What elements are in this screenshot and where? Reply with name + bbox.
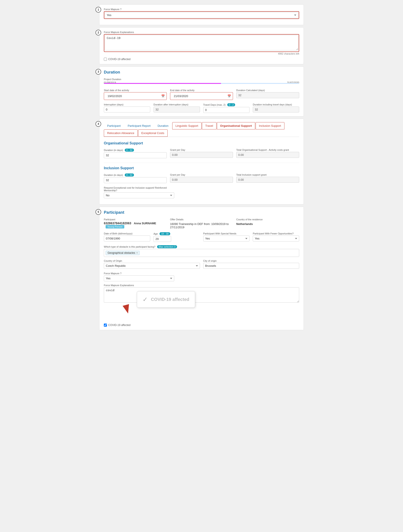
inclusion-support-title: Inclusion Support — [104, 166, 299, 170]
org-grant-label: Grant per Day — [170, 149, 233, 151]
exceptional-select[interactable]: No Yes — [104, 192, 174, 198]
covid-tooltip-check-icon: ✓ — [143, 296, 148, 303]
step-2: 2 — [95, 30, 101, 35]
obstacle-badge: Max selection 3 — [157, 245, 177, 248]
force-majeure-label: Force Majeure ? — [104, 8, 299, 11]
fm-explanations-textarea[interactable]: Covid-19 — [105, 35, 298, 51]
incl-total-input — [236, 177, 299, 183]
obstacle-tags-container: Geographical obstacles × — [104, 249, 299, 257]
country-label: Country of the residence — [236, 218, 299, 221]
covid-tooltip-popup: ✓ COVID-19 affected — [137, 291, 195, 308]
start-date-label: Start date of the activity — [104, 89, 167, 92]
step-3: 3 — [95, 69, 101, 75]
tab-duration[interactable]: Duration — [154, 122, 172, 129]
tab-participant[interactable]: Participant — [104, 122, 124, 129]
tab-inclusion-support[interactable]: Inclusion Support — [256, 122, 284, 129]
duration-after-input — [154, 107, 200, 113]
participant-label: Participant — [104, 218, 167, 221]
obstacle-tag-geographical: Geographical obstacles × — [105, 251, 140, 255]
participant-info: 6328637844182063 Anna SURNAME Young Pers… — [104, 222, 167, 228]
duration-incl-label: Duration including travel days (days) — [253, 103, 299, 106]
step-1: 1 — [95, 7, 101, 13]
arrow-indicator-wrapper — [121, 304, 137, 315]
svg-marker-0 — [123, 304, 131, 314]
section-divider-1 — [104, 163, 299, 163]
org-duration-badge: 0 - 32 — [125, 149, 134, 152]
covid-affected-checkbox-top[interactable] — [104, 58, 107, 61]
country-origin-label: Country of Origin — [104, 260, 200, 262]
participant-badge: Young Person — [105, 225, 124, 228]
start-date-wrapper: 📅 — [104, 92, 167, 100]
age-badge: 18 - 30 — [160, 232, 170, 235]
age-label: Age 18 - 30 — [154, 232, 200, 235]
org-duration-label: Duration (in days) 0 - 32 — [104, 149, 167, 152]
city-origin-input[interactable] — [203, 263, 299, 269]
org-duration-input[interactable] — [104, 152, 167, 158]
org-total-input — [236, 152, 299, 158]
covid-affected-bottom-row: COVID-19 affected — [104, 323, 299, 327]
duration-calc-input — [236, 92, 299, 98]
dob-input[interactable] — [104, 235, 150, 241]
obstacle-tag-text: Geographical obstacles — [108, 251, 135, 254]
p-fm-explanations-label: Force Majeure Explanations — [104, 284, 299, 287]
exceptional-label: Request Exceptional cost for Inclusion s… — [104, 186, 174, 192]
project-duration-bar: 01/08/2019 31/07/2020 — [104, 81, 299, 86]
participant-id: 6328637844182063 — [104, 222, 131, 225]
obstacle-label: Which type of obstacle is this participa… — [104, 245, 299, 248]
participant-name: Anna SURNAME — [134, 222, 156, 225]
force-majeure-select[interactable]: Yes No — [105, 12, 298, 18]
fm-explanations-label: Force Majeure Explanations — [104, 31, 299, 33]
org-grant-input — [170, 152, 233, 158]
travel-days-input[interactable] — [203, 107, 250, 113]
travel-days-badge: 0 - 2 — [227, 103, 235, 106]
special-needs-label: Participant With Special Needs — [203, 232, 250, 235]
participant-title: Participant — [104, 210, 299, 215]
interruption-input[interactable] — [104, 107, 150, 113]
arrow-icon — [121, 304, 137, 315]
offer-label: Offer Details — [170, 218, 233, 221]
covid-tooltip-text: COVID-19 affected — [151, 297, 189, 302]
incl-total-label: Total Inclusion support grant — [236, 173, 299, 176]
country-origin-select[interactable]: Czech Republic — [104, 263, 200, 269]
duration-calc-label: Duration Calculated (days) — [236, 89, 299, 92]
special-needs-select[interactable]: Yes No — [203, 235, 250, 241]
fewer-opp-select[interactable]: Yes No — [253, 235, 299, 241]
city-origin-label: City of origin — [203, 260, 299, 262]
chars-left: 4992 characters left — [104, 52, 299, 55]
covid-affected-label-bottom: COVID-19 affected — [108, 323, 130, 327]
start-calendar-icon[interactable]: 📅 — [161, 95, 165, 98]
step-5: 5 — [95, 209, 101, 215]
tab-organisational-support[interactable]: Organisational Support — [217, 122, 255, 129]
incl-grant-label: Grant per Day — [170, 173, 233, 176]
duration-title: Duration — [104, 70, 299, 75]
tab-exceptional-costs[interactable]: Exceptional Costs — [138, 129, 168, 137]
tab-travel[interactable]: Travel — [202, 122, 217, 129]
dob-label: Date of Birth (dd/mm/yyyy) — [104, 232, 150, 235]
duration-incl-input — [253, 107, 299, 113]
fewer-opp-label: Participant With Fewer Opportunities? — [253, 232, 299, 235]
covid-affected-label-top: COVID-19 affected — [108, 58, 130, 61]
age-input[interactable] — [154, 236, 171, 242]
tab-relocation-allowance[interactable]: Relocation Allowance — [104, 129, 138, 137]
p-force-majeure-label: Force Majeure ? — [104, 272, 174, 275]
p-force-majeure-select[interactable]: Yes No — [104, 275, 174, 281]
covid-affected-checkbox-bottom[interactable] — [104, 323, 107, 327]
end-calendar-icon[interactable]: 📅 — [228, 95, 231, 98]
end-date-label: End date of the activity — [170, 89, 233, 92]
duration-bar-fill — [104, 83, 221, 84]
org-total-label: Total Organisational Support - Activity … — [236, 149, 299, 151]
end-date-input[interactable] — [172, 93, 226, 99]
project-duration-label: Project Duration — [104, 78, 299, 81]
incl-duration-badge: 0 - 32 — [125, 173, 134, 177]
end-date-wrapper: 📅 — [170, 92, 233, 100]
step-4: 4 — [95, 121, 101, 127]
start-date-input[interactable] — [106, 93, 160, 99]
incl-duration-input[interactable] — [104, 177, 167, 183]
country-value: Netherlands — [236, 222, 299, 226]
tab-linguistic-support[interactable]: Linguistic Support — [172, 122, 201, 129]
interruption-label: Interruption (days) — [104, 103, 150, 106]
obstacle-remove-icon[interactable]: × — [136, 251, 138, 254]
p-fm-explanations-textarea[interactable]: covid — [104, 287, 299, 303]
org-support-title: Organisational Support — [104, 141, 299, 145]
tab-participant-report[interactable]: Participant Report — [124, 122, 154, 129]
